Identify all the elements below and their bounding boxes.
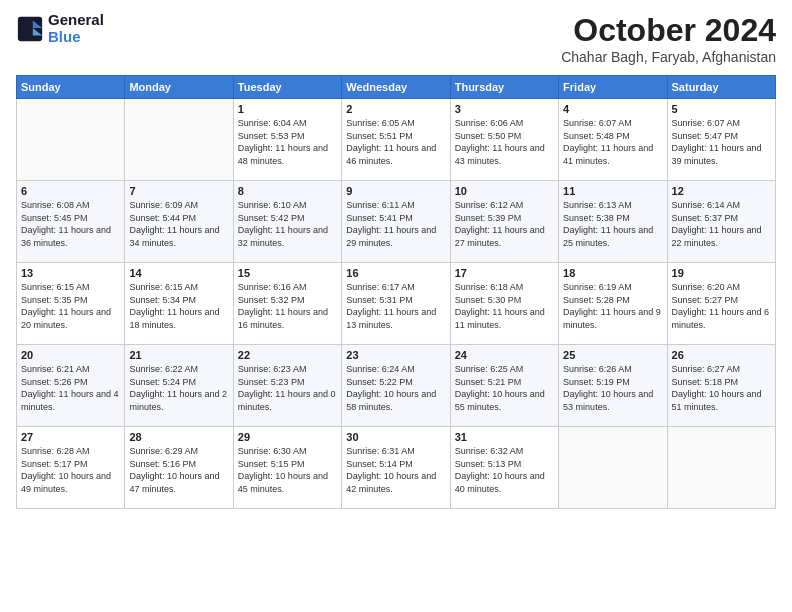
calendar-cell: 12 Sunrise: 6:14 AMSunset: 5:37 PMDaylig… (667, 181, 775, 263)
day-info: Sunrise: 6:27 AMSunset: 5:18 PMDaylight:… (672, 363, 771, 413)
calendar-cell: 24 Sunrise: 6:25 AMSunset: 5:21 PMDaylig… (450, 345, 558, 427)
day-info: Sunrise: 6:06 AMSunset: 5:50 PMDaylight:… (455, 117, 554, 167)
calendar-cell: 18 Sunrise: 6:19 AMSunset: 5:28 PMDaylig… (559, 263, 667, 345)
week-row-4: 27 Sunrise: 6:28 AMSunset: 5:17 PMDaylig… (17, 427, 776, 509)
day-info: Sunrise: 6:07 AMSunset: 5:48 PMDaylight:… (563, 117, 662, 167)
calendar-cell: 4 Sunrise: 6:07 AMSunset: 5:48 PMDayligh… (559, 99, 667, 181)
calendar-cell: 20 Sunrise: 6:21 AMSunset: 5:26 PMDaylig… (17, 345, 125, 427)
calendar-cell: 17 Sunrise: 6:18 AMSunset: 5:30 PMDaylig… (450, 263, 558, 345)
day-number: 12 (672, 185, 771, 197)
title-block: October 2024 Chahar Bagh, Faryab, Afghan… (561, 12, 776, 65)
day-number: 11 (563, 185, 662, 197)
day-info: Sunrise: 6:31 AMSunset: 5:14 PMDaylight:… (346, 445, 445, 495)
day-number: 4 (563, 103, 662, 115)
calendar-cell: 25 Sunrise: 6:26 AMSunset: 5:19 PMDaylig… (559, 345, 667, 427)
logo-line2: Blue (48, 28, 81, 45)
day-number: 20 (21, 349, 120, 361)
day-number: 26 (672, 349, 771, 361)
day-info: Sunrise: 6:32 AMSunset: 5:13 PMDaylight:… (455, 445, 554, 495)
logo: General Blue (16, 12, 104, 45)
week-row-1: 6 Sunrise: 6:08 AMSunset: 5:45 PMDayligh… (17, 181, 776, 263)
calendar-cell: 14 Sunrise: 6:15 AMSunset: 5:34 PMDaylig… (125, 263, 233, 345)
day-number: 16 (346, 267, 445, 279)
header-row: SundayMondayTuesdayWednesdayThursdayFrid… (17, 76, 776, 99)
day-number: 25 (563, 349, 662, 361)
day-info: Sunrise: 6:09 AMSunset: 5:44 PMDaylight:… (129, 199, 228, 249)
day-number: 18 (563, 267, 662, 279)
svg-rect-0 (18, 16, 42, 40)
calendar-cell: 7 Sunrise: 6:09 AMSunset: 5:44 PMDayligh… (125, 181, 233, 263)
logo-line1: General (48, 12, 104, 29)
header-day-thursday: Thursday (450, 76, 558, 99)
day-number: 27 (21, 431, 120, 443)
day-info: Sunrise: 6:22 AMSunset: 5:24 PMDaylight:… (129, 363, 228, 413)
calendar-cell: 3 Sunrise: 6:06 AMSunset: 5:50 PMDayligh… (450, 99, 558, 181)
day-info: Sunrise: 6:04 AMSunset: 5:53 PMDaylight:… (238, 117, 337, 167)
calendar-cell: 1 Sunrise: 6:04 AMSunset: 5:53 PMDayligh… (233, 99, 341, 181)
day-info: Sunrise: 6:25 AMSunset: 5:21 PMDaylight:… (455, 363, 554, 413)
header-day-wednesday: Wednesday (342, 76, 450, 99)
calendar-cell: 23 Sunrise: 6:24 AMSunset: 5:22 PMDaylig… (342, 345, 450, 427)
calendar-cell: 31 Sunrise: 6:32 AMSunset: 5:13 PMDaylig… (450, 427, 558, 509)
calendar-cell (559, 427, 667, 509)
header-day-tuesday: Tuesday (233, 76, 341, 99)
day-number: 28 (129, 431, 228, 443)
day-info: Sunrise: 6:24 AMSunset: 5:22 PMDaylight:… (346, 363, 445, 413)
calendar-cell: 2 Sunrise: 6:05 AMSunset: 5:51 PMDayligh… (342, 99, 450, 181)
day-number: 10 (455, 185, 554, 197)
day-info: Sunrise: 6:28 AMSunset: 5:17 PMDaylight:… (21, 445, 120, 495)
calendar-cell: 13 Sunrise: 6:15 AMSunset: 5:35 PMDaylig… (17, 263, 125, 345)
day-info: Sunrise: 6:30 AMSunset: 5:15 PMDaylight:… (238, 445, 337, 495)
day-info: Sunrise: 6:23 AMSunset: 5:23 PMDaylight:… (238, 363, 337, 413)
calendar-cell: 16 Sunrise: 6:17 AMSunset: 5:31 PMDaylig… (342, 263, 450, 345)
day-number: 3 (455, 103, 554, 115)
day-number: 1 (238, 103, 337, 115)
logo-text: General Blue (48, 12, 104, 45)
calendar-cell: 26 Sunrise: 6:27 AMSunset: 5:18 PMDaylig… (667, 345, 775, 427)
calendar-cell: 30 Sunrise: 6:31 AMSunset: 5:14 PMDaylig… (342, 427, 450, 509)
day-number: 19 (672, 267, 771, 279)
day-info: Sunrise: 6:10 AMSunset: 5:42 PMDaylight:… (238, 199, 337, 249)
day-info: Sunrise: 6:16 AMSunset: 5:32 PMDaylight:… (238, 281, 337, 331)
day-number: 14 (129, 267, 228, 279)
calendar-cell: 21 Sunrise: 6:22 AMSunset: 5:24 PMDaylig… (125, 345, 233, 427)
calendar-cell: 11 Sunrise: 6:13 AMSunset: 5:38 PMDaylig… (559, 181, 667, 263)
day-number: 2 (346, 103, 445, 115)
day-number: 9 (346, 185, 445, 197)
calendar-cell: 27 Sunrise: 6:28 AMSunset: 5:17 PMDaylig… (17, 427, 125, 509)
header-day-monday: Monday (125, 76, 233, 99)
day-number: 15 (238, 267, 337, 279)
calendar-cell (125, 99, 233, 181)
calendar-table: SundayMondayTuesdayWednesdayThursdayFrid… (16, 75, 776, 509)
calendar-cell: 15 Sunrise: 6:16 AMSunset: 5:32 PMDaylig… (233, 263, 341, 345)
calendar-cell: 9 Sunrise: 6:11 AMSunset: 5:41 PMDayligh… (342, 181, 450, 263)
calendar-cell (17, 99, 125, 181)
day-info: Sunrise: 6:18 AMSunset: 5:30 PMDaylight:… (455, 281, 554, 331)
day-info: Sunrise: 6:17 AMSunset: 5:31 PMDaylight:… (346, 281, 445, 331)
day-info: Sunrise: 6:14 AMSunset: 5:37 PMDaylight:… (672, 199, 771, 249)
week-row-0: 1 Sunrise: 6:04 AMSunset: 5:53 PMDayligh… (17, 99, 776, 181)
day-number: 13 (21, 267, 120, 279)
day-info: Sunrise: 6:19 AMSunset: 5:28 PMDaylight:… (563, 281, 662, 331)
day-number: 31 (455, 431, 554, 443)
day-number: 8 (238, 185, 337, 197)
day-number: 30 (346, 431, 445, 443)
calendar-cell: 8 Sunrise: 6:10 AMSunset: 5:42 PMDayligh… (233, 181, 341, 263)
logo-icon (16, 15, 44, 43)
day-info: Sunrise: 6:05 AMSunset: 5:51 PMDaylight:… (346, 117, 445, 167)
day-number: 21 (129, 349, 228, 361)
day-number: 22 (238, 349, 337, 361)
week-row-3: 20 Sunrise: 6:21 AMSunset: 5:26 PMDaylig… (17, 345, 776, 427)
main-title: October 2024 (561, 12, 776, 49)
day-number: 23 (346, 349, 445, 361)
day-info: Sunrise: 6:15 AMSunset: 5:35 PMDaylight:… (21, 281, 120, 331)
calendar-cell: 19 Sunrise: 6:20 AMSunset: 5:27 PMDaylig… (667, 263, 775, 345)
day-number: 6 (21, 185, 120, 197)
day-number: 29 (238, 431, 337, 443)
header-day-friday: Friday (559, 76, 667, 99)
header: General Blue October 2024 Chahar Bagh, F… (16, 12, 776, 65)
calendar-cell: 29 Sunrise: 6:30 AMSunset: 5:15 PMDaylig… (233, 427, 341, 509)
calendar-cell: 10 Sunrise: 6:12 AMSunset: 5:39 PMDaylig… (450, 181, 558, 263)
day-info: Sunrise: 6:13 AMSunset: 5:38 PMDaylight:… (563, 199, 662, 249)
week-row-2: 13 Sunrise: 6:15 AMSunset: 5:35 PMDaylig… (17, 263, 776, 345)
